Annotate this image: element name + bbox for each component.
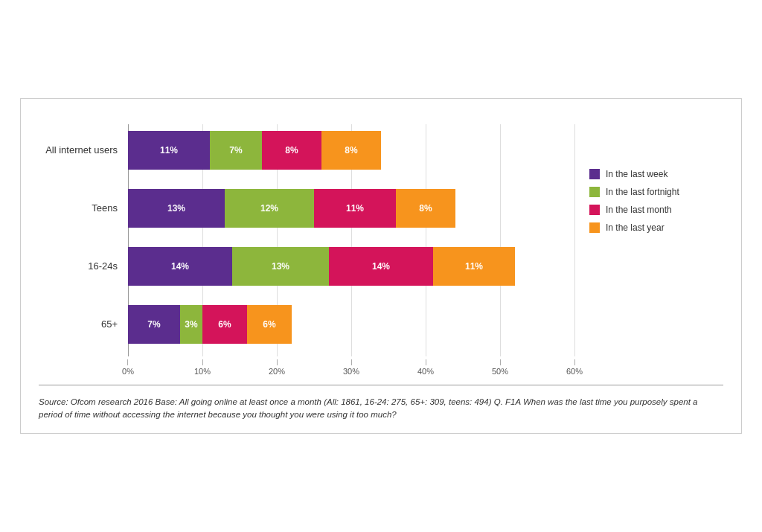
x-tick: 50% (492, 359, 508, 376)
bar-segment-year: 6% (247, 305, 292, 344)
legend-item-year: In the last year (589, 222, 723, 233)
bar-segment-month: 11% (314, 189, 396, 228)
bar-row-label: Teens (39, 202, 128, 214)
bar-segment-week: 11% (128, 131, 210, 170)
legend-item-month: In the last month (589, 205, 723, 215)
bars-inner: All internet users11%7%8%8%Teens13%12%11… (39, 124, 574, 350)
bar-segment-fortnight: 12% (225, 189, 314, 228)
bar-track: 11%7%8%8% (128, 131, 574, 170)
x-tick-line (202, 359, 203, 365)
x-tick-label: 20% (269, 367, 285, 376)
bar-segment-week: 13% (128, 189, 225, 228)
x-axis-ticks: 0%10%20%30%40%50%60% (128, 359, 574, 380)
bars-section: All internet users11%7%8%8%Teens13%12%11… (39, 124, 574, 380)
bar-row-label: 16-24s (39, 260, 128, 272)
x-tick-line (128, 359, 129, 365)
chart-container: All internet users11%7%8%8%Teens13%12%11… (20, 98, 742, 435)
x-tick-line (351, 359, 352, 365)
bars-with-grid: All internet users11%7%8%8%Teens13%12%11… (39, 124, 574, 356)
legend-swatch-year (589, 222, 600, 233)
bar-segment-month: 6% (202, 305, 247, 344)
legend-label-year: In the last year (606, 222, 665, 233)
legend-item-fortnight: In the last fortnight (589, 187, 723, 197)
x-tick: 10% (194, 359, 211, 376)
x-tick-line (426, 359, 426, 365)
bar-track: 14%13%14%11% (128, 247, 574, 286)
bottom-border-line (39, 385, 723, 385)
legend-swatch-week (589, 169, 600, 179)
bar-row-label: 65+ (39, 318, 128, 330)
bar-segment-fortnight: 13% (232, 247, 329, 286)
x-axis-row: 0%10%20%30%40%50%60% (39, 359, 574, 380)
x-tick: 60% (566, 359, 583, 376)
legend-label-week: In the last week (606, 169, 667, 179)
bar-segment-year: 8% (396, 189, 455, 228)
bar-segment-fortnight: 7% (210, 131, 262, 170)
bar-track: 13%12%11%8% (128, 189, 574, 228)
legend-item-week: In the last week (589, 169, 723, 179)
x-tick-label: 0% (122, 367, 134, 376)
legend-label-month: In the last month (606, 205, 672, 215)
bar-segment-week: 14% (128, 247, 232, 286)
bar-segment-month: 14% (329, 247, 433, 286)
legend-swatch-month (589, 205, 600, 215)
bar-row: Teens13%12%11%8% (39, 182, 574, 234)
x-tick: 20% (269, 359, 285, 376)
x-tick: 0% (122, 359, 134, 376)
bar-row: 16-24s14%13%14%11% (39, 240, 574, 292)
x-tick-label: 30% (343, 367, 359, 376)
bar-row-label: All internet users (39, 144, 128, 156)
bar-segment-year: 8% (321, 131, 381, 170)
bar-segment-week: 7% (128, 305, 180, 344)
x-tick-line (277, 359, 278, 365)
chart-area: All internet users11%7%8%8%Teens13%12%11… (39, 124, 723, 380)
x-tick: 40% (417, 359, 434, 376)
source-text: Source: Ofcom research 2016 Base: All go… (39, 396, 723, 422)
x-tick-label: 10% (194, 367, 211, 376)
x-tick-line (574, 359, 575, 365)
x-tick-line (500, 359, 501, 365)
x-tick-label: 40% (417, 367, 434, 376)
bar-segment-month: 8% (262, 131, 321, 170)
legend-swatch-fortnight (589, 187, 600, 197)
legend: In the last weekIn the last fortnightIn … (574, 124, 723, 233)
legend-label-fortnight: In the last fortnight (606, 187, 679, 197)
bar-row: All internet users11%7%8%8% (39, 124, 574, 176)
x-tick-label: 60% (566, 367, 583, 376)
x-tick-label: 50% (492, 367, 508, 376)
bar-row: 65+7%3%6%6% (39, 298, 574, 350)
bar-segment-fortnight: 3% (180, 305, 202, 344)
x-tick: 30% (343, 359, 359, 376)
bar-track: 7%3%6%6% (128, 305, 574, 344)
bar-segment-year: 11% (433, 247, 515, 286)
